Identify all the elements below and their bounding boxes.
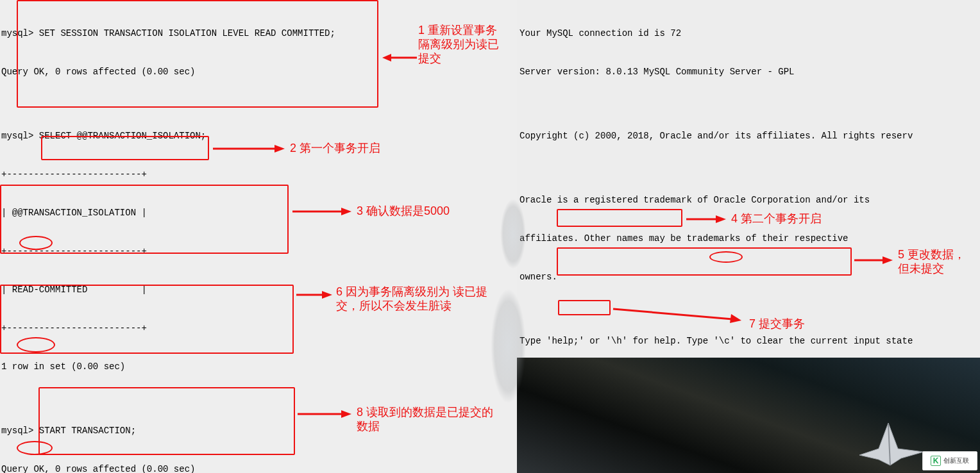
left-line: 1 row in set (0.00 sec): [1, 360, 517, 373]
right-line: Oracle is a registered trademark of Orac…: [520, 194, 980, 206]
right-line: Your MySQL connection id is 72: [520, 27, 980, 40]
left-line: mysql> START TRANSACTION;: [1, 424, 517, 437]
left-line: +-------------------------+: [1, 168, 517, 181]
svg-marker-0: [859, 423, 924, 465]
right-line: owners.: [520, 270, 980, 283]
left-line: +-------------------------+: [1, 322, 517, 335]
left-line: +-------------------------+: [1, 245, 517, 258]
right-line: affiliates. Other names may be trademark…: [520, 232, 980, 245]
left-line: | READ-COMMITTED |: [1, 283, 517, 296]
right-line: Server version: 8.0.13 MySQL Community S…: [520, 65, 980, 78]
left-line: Query OK, 0 rows affected (0.00 sec): [1, 463, 517, 473]
watermark-icon: K: [931, 456, 941, 466]
wallpaper-decor: [500, 199, 526, 269]
left-line: Query OK, 0 rows affected (0.00 sec): [1, 65, 517, 78]
right-line: Copyright (c) 2000, 2018, Oracle and/or …: [520, 129, 980, 142]
watermark-text: 创新互联: [943, 456, 969, 465]
left-terminal: mysql> SET SESSION TRANSACTION ISOLATION…: [0, 0, 517, 473]
right-line: Type 'help;' or '\h' for help. Type '\c'…: [520, 335, 980, 347]
watermark-badge: K 创新互联: [922, 451, 977, 470]
wallpaper-decor: [491, 288, 526, 404]
wallpaper-spacecraft: [853, 410, 930, 468]
left-line: mysql> SET SESSION TRANSACTION ISOLATION…: [1, 27, 517, 40]
left-line: | @@TRANSACTION_ISOLATION |: [1, 206, 517, 219]
left-line: mysql> SELECT @@TRANSACTION_ISOLATION;: [1, 129, 517, 142]
